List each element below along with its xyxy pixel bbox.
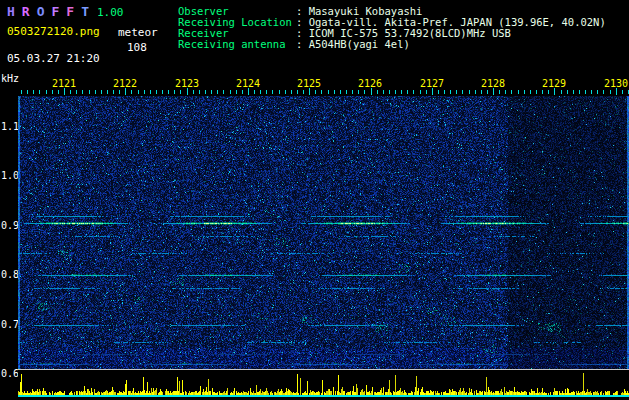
app-title: HROFFT1.00 (7, 4, 123, 19)
freq-axis-unit: kHz (1, 73, 19, 84)
freq-tick-label: 1.0 (1, 170, 19, 181)
freq-tick-label: 0.9 (1, 220, 19, 231)
freq-tick-label: 0.7 (1, 319, 19, 330)
info-value: : A504HB(yagi 4el) (296, 38, 410, 50)
meteor-count: 108 (127, 41, 147, 54)
freq-tick-label: 1.1 (1, 121, 19, 132)
output-filename: 0503272120.png (7, 25, 100, 38)
app-version: 1.00 (97, 6, 124, 19)
spectrogram-canvas (18, 88, 629, 400)
station-info: Observer: Masayuki Kobayashi Receiving L… (178, 6, 606, 50)
app-title-letter: H (7, 4, 15, 19)
app-title-letter: T (81, 4, 89, 19)
app-title-letter: O (37, 4, 45, 19)
mode-label: meteor (118, 26, 158, 39)
app-title-letter: F (66, 4, 74, 19)
app-title-letter: R (22, 4, 30, 19)
app-title-letter: F (51, 4, 59, 19)
info-label: Receiving antenna (178, 39, 296, 50)
freq-tick-label: 0.8 (1, 269, 19, 280)
observation-datetime: 05.03.27 21:20 (7, 52, 100, 65)
info-row-antenna: Receiving antenna: A504HB(yagi 4el) (178, 39, 606, 50)
freq-tick-label: 0.6 (1, 368, 19, 379)
